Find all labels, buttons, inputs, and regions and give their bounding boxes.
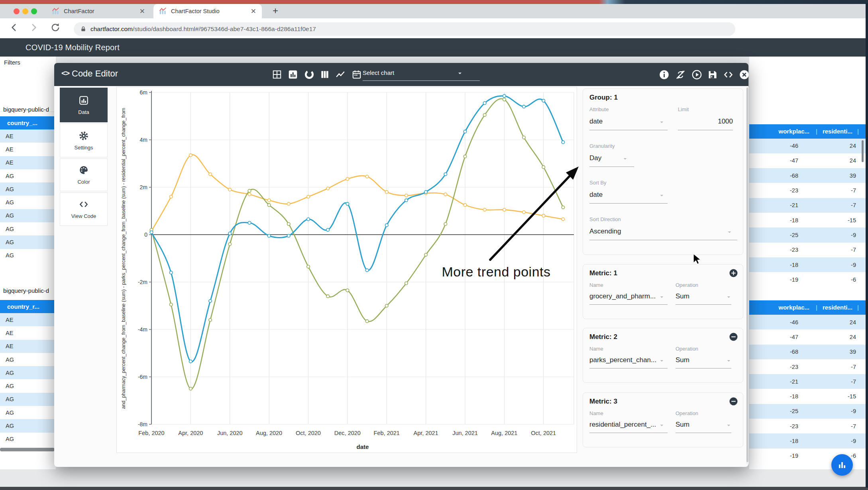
table-row[interactable]: -23-7: [749, 419, 866, 433]
sort-by-select[interactable]: date: [589, 191, 603, 199]
address-bar[interactable]: chartfactor.com/studio/dashboard.html#/9…: [74, 22, 735, 36]
tab-chartfactor[interactable]: ChartFactor ✕: [46, 4, 151, 18]
add-chart-fab[interactable]: [831, 454, 853, 476]
table-row[interactable]: AG: [0, 406, 56, 419]
table-row[interactable]: AG: [0, 249, 56, 262]
table-row[interactable]: -23-7: [749, 183, 866, 198]
bar-chart-icon[interactable]: [288, 69, 298, 80]
table-row[interactable]: -23-7: [749, 359, 866, 374]
table-column-header[interactable]: country_r...: [0, 300, 56, 313]
table-scrollbar[interactable]: [862, 140, 864, 162]
back-icon[interactable]: [9, 22, 19, 33]
table-row[interactable]: -21-7: [749, 374, 866, 389]
table-row[interactable]: AE: [0, 313, 56, 326]
forward-icon[interactable]: [29, 22, 39, 33]
table-row[interactable]: -23-7: [749, 243, 866, 257]
table-row[interactable]: AG: [0, 353, 56, 366]
metric-name-select[interactable]: parks_percent_chan...: [589, 356, 656, 364]
table-row[interactable]: -18-15: [749, 389, 866, 404]
close-icon[interactable]: [739, 69, 750, 80]
sidebar-item-view-code[interactable]: View Code: [60, 192, 108, 226]
table-row[interactable]: AG: [0, 169, 56, 182]
chevron-down-icon[interactable]: [659, 422, 665, 428]
new-tab-button[interactable]: +: [273, 5, 278, 16]
chevron-down-icon[interactable]: [726, 358, 732, 364]
remove-metric-button[interactable]: [729, 332, 738, 341]
metric-name-select[interactable]: grocery_and_pharm...: [589, 292, 656, 300]
table-column-header[interactable]: country_...: [0, 116, 56, 129]
table-row[interactable]: -19-6: [749, 272, 866, 287]
tab-chartfactor-studio[interactable]: ChartFactor Studio ✕: [153, 4, 262, 18]
calendar-icon[interactable]: [352, 69, 362, 80]
table-row[interactable]: AG: [0, 419, 56, 432]
sidebar-item-settings[interactable]: Settings: [60, 123, 108, 157]
table-row[interactable]: AE: [0, 143, 56, 156]
grid-chart-icon[interactable]: [272, 69, 282, 80]
chevron-down-icon[interactable]: [727, 229, 732, 235]
table-column-header[interactable]: workplac...|residenti...|: [749, 300, 866, 315]
column-chart-icon[interactable]: [320, 69, 330, 80]
table-row[interactable]: AG: [0, 433, 56, 446]
donut-chart-icon[interactable]: [304, 69, 314, 80]
remove-metric-button[interactable]: [729, 397, 738, 406]
table-row[interactable]: AG: [0, 209, 56, 222]
table-row[interactable]: AE: [0, 129, 56, 143]
sidebar-item-color[interactable]: Color: [60, 159, 108, 191]
metric-operation-select[interactable]: Sum: [676, 356, 689, 364]
sort-direction-select[interactable]: Ascending: [589, 227, 621, 235]
table-column-header[interactable]: workplac...|residenti...|: [749, 124, 866, 139]
table-row[interactable]: -6839: [749, 168, 866, 183]
table-row[interactable]: -4724: [749, 153, 866, 168]
table-row[interactable]: -4724: [749, 329, 866, 344]
table-row[interactable]: AG: [0, 222, 56, 235]
table-row[interactable]: -4624: [749, 139, 866, 153]
attribute-select[interactable]: date: [589, 118, 603, 125]
run-icon[interactable]: [691, 69, 702, 80]
table-row[interactable]: AG: [0, 380, 56, 393]
window-minimize-button[interactable]: [22, 8, 28, 14]
table-row[interactable]: AG: [0, 366, 56, 379]
chevron-down-icon[interactable]: [659, 358, 665, 364]
table-row[interactable]: -25-9: [749, 227, 866, 242]
metric-operation-select[interactable]: Sum: [676, 421, 689, 429]
metric-operation-select[interactable]: Sum: [676, 292, 689, 300]
window-zoom-button[interactable]: [31, 8, 37, 14]
table-row[interactable]: AG: [0, 235, 56, 249]
sync-disabled-icon[interactable]: [675, 69, 686, 80]
chevron-down-icon[interactable]: [659, 294, 665, 300]
window-close-button[interactable]: [14, 8, 20, 14]
table-row[interactable]: AE: [0, 156, 56, 169]
reload-icon[interactable]: [50, 22, 61, 33]
chevron-down-icon[interactable]: [726, 294, 732, 300]
padlock-icon[interactable]: [80, 26, 86, 32]
code-icon[interactable]: [723, 69, 734, 80]
tab-close-icon[interactable]: ✕: [251, 8, 256, 15]
trend-chart-icon[interactable]: [335, 69, 346, 80]
table-row[interactable]: AG: [0, 196, 56, 209]
chevron-down-icon[interactable]: [659, 119, 665, 125]
add-metric-button[interactable]: [729, 269, 738, 278]
table-row[interactable]: AG: [0, 182, 56, 196]
chevron-down-icon[interactable]: [726, 422, 732, 428]
info-icon[interactable]: [659, 69, 670, 80]
mobility-trend-chart[interactable]: 6m4m2m0-2m-4m-6m-8mFeb, 2020Apr, 2020Jun…: [120, 88, 576, 453]
table-row[interactable]: -21-7: [749, 198, 866, 213]
chevron-down-icon[interactable]: [659, 192, 665, 198]
table-row[interactable]: -18-9: [749, 257, 866, 272]
table-row[interactable]: AE: [0, 326, 56, 339]
limit-input[interactable]: 1000: [678, 118, 733, 125]
panel-scrollbar-thumb[interactable]: [746, 88, 748, 462]
table-row[interactable]: -6839: [749, 345, 866, 359]
table-row[interactable]: -18-9: [749, 433, 866, 448]
horizontal-scrollbar[interactable]: [0, 448, 55, 451]
table-row[interactable]: -25-9: [749, 404, 866, 419]
sidebar-item-data[interactable]: Data: [60, 88, 108, 122]
chevron-down-icon[interactable]: [622, 156, 628, 162]
save-icon[interactable]: [707, 69, 718, 80]
table-row[interactable]: AG: [0, 393, 56, 406]
metric-name-select[interactable]: residential_percent_...: [589, 421, 656, 429]
granularity-select[interactable]: Day: [589, 154, 601, 162]
table-row[interactable]: -4624: [749, 315, 866, 329]
select-chart-dropdown[interactable]: Select chart: [363, 69, 480, 76]
table-row[interactable]: AE: [0, 340, 56, 353]
